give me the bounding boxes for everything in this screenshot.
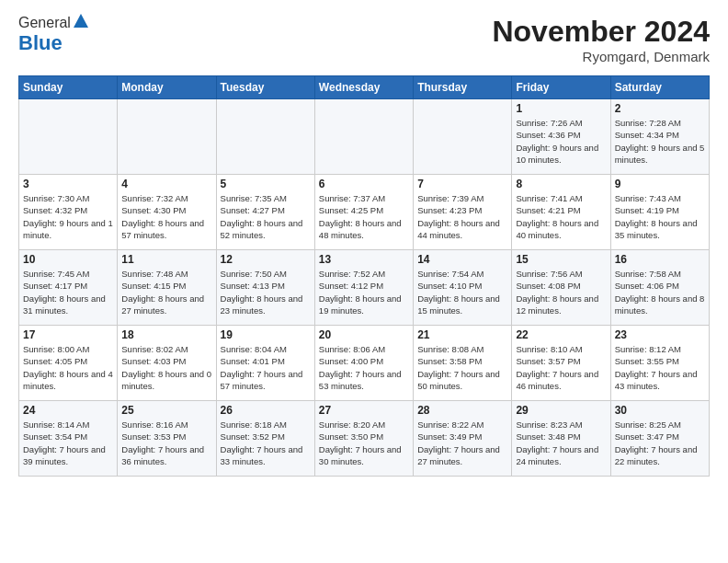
logo-icon xyxy=(73,13,89,29)
calendar-cell: 19Sunrise: 8:04 AM Sunset: 4:01 PM Dayli… xyxy=(216,326,314,401)
day-info: Sunrise: 7:26 AM Sunset: 4:36 PM Dayligh… xyxy=(516,117,606,166)
calendar-cell: 17Sunrise: 8:00 AM Sunset: 4:05 PM Dayli… xyxy=(19,326,118,401)
day-number: 11 xyxy=(121,253,211,266)
day-info: Sunrise: 7:54 AM Sunset: 4:10 PM Dayligh… xyxy=(417,268,507,316)
day-info: Sunrise: 8:00 AM Sunset: 4:05 PM Dayligh… xyxy=(23,343,113,392)
day-number: 7 xyxy=(417,178,507,190)
day-info: Sunrise: 8:22 AM Sunset: 3:49 PM Dayligh… xyxy=(417,419,507,467)
day-number: 6 xyxy=(319,178,409,190)
day-info: Sunrise: 8:12 AM Sunset: 3:55 PM Dayligh… xyxy=(615,343,705,392)
calendar-cell xyxy=(118,99,216,175)
calendar-week-5: 24Sunrise: 8:14 AM Sunset: 3:54 PM Dayli… xyxy=(19,401,710,477)
calendar-cell: 27Sunrise: 8:20 AM Sunset: 3:50 PM Dayli… xyxy=(314,401,413,477)
calendar-cell xyxy=(414,99,512,175)
calendar-cell: 1Sunrise: 7:26 AM Sunset: 4:36 PM Daylig… xyxy=(512,99,610,175)
calendar-cell: 12Sunrise: 7:50 AM Sunset: 4:13 PM Dayli… xyxy=(216,250,314,326)
day-number: 28 xyxy=(417,404,507,417)
calendar-cell: 2Sunrise: 7:28 AM Sunset: 4:34 PM Daylig… xyxy=(610,99,709,175)
location: Ryomgard, Denmark xyxy=(492,49,710,64)
day-info: Sunrise: 7:50 AM Sunset: 4:13 PM Dayligh… xyxy=(221,268,311,316)
day-info: Sunrise: 8:04 AM Sunset: 4:01 PM Dayligh… xyxy=(221,343,311,392)
day-info: Sunrise: 7:52 AM Sunset: 4:12 PM Dayligh… xyxy=(319,268,409,316)
calendar-cell: 26Sunrise: 8:18 AM Sunset: 3:52 PM Dayli… xyxy=(216,401,314,477)
calendar-cell: 16Sunrise: 7:58 AM Sunset: 4:06 PM Dayli… xyxy=(610,250,709,326)
day-number: 14 xyxy=(417,253,507,266)
header-tuesday: Tuesday xyxy=(216,76,314,99)
calendar-cell: 14Sunrise: 7:54 AM Sunset: 4:10 PM Dayli… xyxy=(414,250,512,326)
day-number: 25 xyxy=(121,404,211,417)
day-number: 2 xyxy=(615,102,705,115)
day-info: Sunrise: 7:48 AM Sunset: 4:15 PM Dayligh… xyxy=(121,268,211,316)
day-info: Sunrise: 8:18 AM Sunset: 3:52 PM Dayligh… xyxy=(221,419,311,467)
calendar-cell: 6Sunrise: 7:37 AM Sunset: 4:25 PM Daylig… xyxy=(314,175,413,250)
day-number: 29 xyxy=(516,404,606,417)
calendar-week-1: 1Sunrise: 7:26 AM Sunset: 4:36 PM Daylig… xyxy=(19,99,710,175)
calendar-cell: 5Sunrise: 7:35 AM Sunset: 4:27 PM Daylig… xyxy=(216,175,314,250)
day-number: 17 xyxy=(23,328,113,341)
calendar-cell: 21Sunrise: 8:08 AM Sunset: 3:58 PM Dayli… xyxy=(414,326,512,401)
day-info: Sunrise: 8:02 AM Sunset: 4:03 PM Dayligh… xyxy=(121,343,211,392)
day-number: 18 xyxy=(121,328,211,341)
calendar-cell: 11Sunrise: 7:48 AM Sunset: 4:15 PM Dayli… xyxy=(118,250,216,326)
header-friday: Friday xyxy=(512,76,610,99)
day-info: Sunrise: 7:41 AM Sunset: 4:21 PM Dayligh… xyxy=(516,192,606,241)
calendar-cell: 30Sunrise: 8:25 AM Sunset: 3:47 PM Dayli… xyxy=(610,401,709,477)
day-info: Sunrise: 7:37 AM Sunset: 4:25 PM Dayligh… xyxy=(319,192,409,241)
calendar-cell: 13Sunrise: 7:52 AM Sunset: 4:12 PM Dayli… xyxy=(314,250,413,326)
day-number: 30 xyxy=(615,404,705,417)
title-section: November 2024 Ryomgard, Denmark xyxy=(492,15,710,64)
calendar-cell: 10Sunrise: 7:45 AM Sunset: 4:17 PM Dayli… xyxy=(19,250,118,326)
day-info: Sunrise: 7:45 AM Sunset: 4:17 PM Dayligh… xyxy=(23,268,113,316)
calendar-cell: 29Sunrise: 8:23 AM Sunset: 3:48 PM Dayli… xyxy=(512,401,610,477)
day-info: Sunrise: 7:58 AM Sunset: 4:06 PM Dayligh… xyxy=(615,268,705,316)
day-info: Sunrise: 7:35 AM Sunset: 4:27 PM Dayligh… xyxy=(221,192,311,241)
day-number: 3 xyxy=(23,178,113,190)
calendar-cell: 15Sunrise: 7:56 AM Sunset: 4:08 PM Dayli… xyxy=(512,250,610,326)
day-number: 13 xyxy=(319,253,409,266)
day-number: 22 xyxy=(516,328,606,341)
month-title: November 2024 xyxy=(492,15,710,49)
calendar-cell: 9Sunrise: 7:43 AM Sunset: 4:19 PM Daylig… xyxy=(610,175,709,250)
day-number: 1 xyxy=(516,102,606,115)
day-number: 4 xyxy=(121,178,211,190)
calendar-cell: 18Sunrise: 8:02 AM Sunset: 4:03 PM Dayli… xyxy=(118,326,216,401)
calendar-header: Sunday Monday Tuesday Wednesday Thursday… xyxy=(19,76,710,99)
calendar-table: Sunday Monday Tuesday Wednesday Thursday… xyxy=(18,75,710,477)
calendar-cell: 4Sunrise: 7:32 AM Sunset: 4:30 PM Daylig… xyxy=(118,175,216,250)
day-info: Sunrise: 8:10 AM Sunset: 3:57 PM Dayligh… xyxy=(516,343,606,392)
calendar-cell xyxy=(314,99,413,175)
day-number: 15 xyxy=(516,253,606,266)
header-saturday: Saturday xyxy=(610,76,709,99)
day-number: 5 xyxy=(221,178,311,190)
day-info: Sunrise: 8:08 AM Sunset: 3:58 PM Dayligh… xyxy=(417,343,507,392)
header-thursday: Thursday xyxy=(414,76,512,99)
header-wednesday: Wednesday xyxy=(314,76,413,99)
day-number: 9 xyxy=(615,178,705,190)
day-number: 27 xyxy=(319,404,409,417)
day-info: Sunrise: 7:56 AM Sunset: 4:08 PM Dayligh… xyxy=(516,268,606,316)
header-monday: Monday xyxy=(118,76,216,99)
day-info: Sunrise: 8:23 AM Sunset: 3:48 PM Dayligh… xyxy=(516,419,606,467)
calendar-cell: 24Sunrise: 8:14 AM Sunset: 3:54 PM Dayli… xyxy=(19,401,118,477)
day-number: 23 xyxy=(615,328,705,341)
day-info: Sunrise: 8:06 AM Sunset: 4:00 PM Dayligh… xyxy=(319,343,409,392)
calendar-cell xyxy=(216,99,314,175)
day-number: 20 xyxy=(319,328,409,341)
day-info: Sunrise: 8:25 AM Sunset: 3:47 PM Dayligh… xyxy=(615,419,705,467)
day-info: Sunrise: 8:20 AM Sunset: 3:50 PM Dayligh… xyxy=(319,419,409,467)
calendar-week-2: 3Sunrise: 7:30 AM Sunset: 4:32 PM Daylig… xyxy=(19,175,710,250)
calendar-week-3: 10Sunrise: 7:45 AM Sunset: 4:17 PM Dayli… xyxy=(19,250,710,326)
calendar-cell: 20Sunrise: 8:06 AM Sunset: 4:00 PM Dayli… xyxy=(314,326,413,401)
day-info: Sunrise: 8:16 AM Sunset: 3:53 PM Dayligh… xyxy=(121,419,211,467)
day-number: 8 xyxy=(516,178,606,190)
header-sunday: Sunday xyxy=(19,76,118,99)
day-info: Sunrise: 7:28 AM Sunset: 4:34 PM Dayligh… xyxy=(615,117,705,166)
day-number: 26 xyxy=(221,404,311,417)
calendar-week-4: 17Sunrise: 8:00 AM Sunset: 4:05 PM Dayli… xyxy=(19,326,710,401)
calendar-cell: 8Sunrise: 7:41 AM Sunset: 4:21 PM Daylig… xyxy=(512,175,610,250)
calendar-cell: 25Sunrise: 8:16 AM Sunset: 3:53 PM Dayli… xyxy=(118,401,216,477)
day-info: Sunrise: 8:14 AM Sunset: 3:54 PM Dayligh… xyxy=(23,419,113,467)
day-info: Sunrise: 7:39 AM Sunset: 4:23 PM Dayligh… xyxy=(417,192,507,241)
logo: General Blue xyxy=(18,15,89,55)
day-number: 16 xyxy=(615,253,705,266)
